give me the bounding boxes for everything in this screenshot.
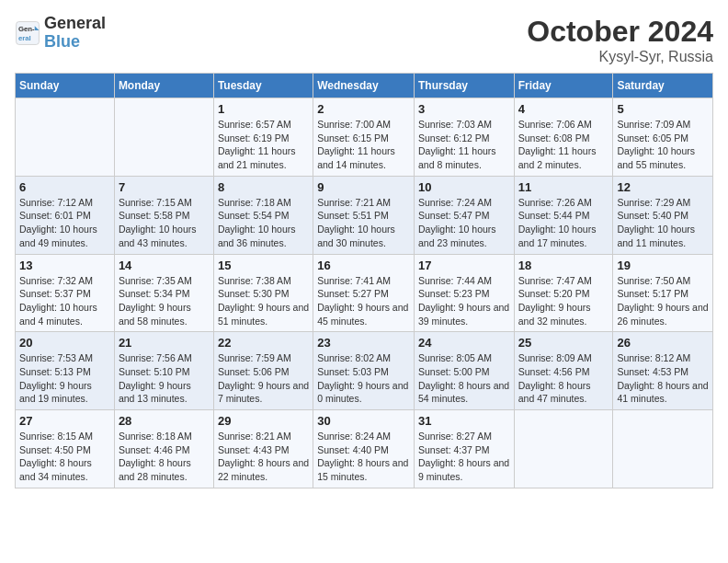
cell-info-text: Sunrise: 7:59 AMSunset: 5:06 PMDaylight:…: [218, 351, 309, 406]
calendar-week-5: 27Sunrise: 8:15 AMSunset: 4:50 PMDayligh…: [16, 410, 713, 488]
cell-date-number: 30: [317, 414, 410, 428]
cell-info-text: Sunrise: 8:21 AMSunset: 4:43 PMDaylight:…: [218, 430, 309, 484]
cell-date-number: 28: [119, 414, 210, 428]
cell-date-number: 7: [119, 180, 210, 194]
calendar-cell: 22Sunrise: 7:59 AMSunset: 5:06 PMDayligh…: [213, 332, 313, 410]
cell-date-number: 1: [218, 102, 309, 116]
calendar-cell: [514, 410, 613, 488]
calendar-cell: 5Sunrise: 7:09 AMSunset: 6:05 PMDaylight…: [613, 98, 713, 177]
calendar-cell: 13Sunrise: 7:32 AMSunset: 5:37 PMDayligh…: [16, 254, 115, 332]
cell-date-number: 29: [218, 414, 309, 428]
cell-info-text: Sunrise: 7:12 AMSunset: 6:01 PMDaylight:…: [19, 196, 110, 250]
cell-info-text: Sunrise: 7:24 AMSunset: 5:47 PMDaylight:…: [418, 196, 510, 250]
calendar-cell: 16Sunrise: 7:41 AMSunset: 5:27 PMDayligh…: [313, 254, 415, 332]
calendar-cell: [16, 98, 115, 177]
calendar-cell: 14Sunrise: 7:35 AMSunset: 5:34 PMDayligh…: [114, 254, 213, 332]
cell-date-number: 9: [317, 180, 410, 194]
cell-info-text: Sunrise: 7:50 AMSunset: 5:17 PMDaylight:…: [617, 274, 709, 328]
cell-date-number: 21: [119, 336, 210, 350]
cell-date-number: 19: [617, 259, 709, 272]
calendar-cell: 4Sunrise: 7:06 AMSunset: 6:08 PMDaylight…: [514, 98, 613, 177]
cell-date-number: 8: [218, 180, 309, 194]
cell-info-text: Sunrise: 7:18 AMSunset: 5:54 PMDaylight:…: [218, 196, 309, 250]
cell-info-text: Sunrise: 7:15 AMSunset: 5:58 PMDaylight:…: [119, 196, 210, 250]
cell-info-text: Sunrise: 7:47 AMSunset: 5:20 PMDaylight:…: [518, 274, 609, 328]
cell-info-text: Sunrise: 8:02 AMSunset: 5:03 PMDaylight:…: [317, 351, 410, 406]
cell-date-number: 26: [617, 336, 709, 350]
calendar-cell: 2Sunrise: 7:00 AMSunset: 6:15 PMDaylight…: [313, 98, 415, 177]
calendar-cell: 9Sunrise: 7:21 AMSunset: 5:51 PMDaylight…: [313, 176, 415, 254]
calendar-cell: [613, 410, 713, 488]
day-header-sunday: Sunday: [16, 74, 115, 98]
day-header-tuesday: Tuesday: [213, 74, 313, 98]
cell-date-number: 11: [518, 180, 609, 194]
calendar-week-1: 1Sunrise: 6:57 AMSunset: 6:19 PMDaylight…: [16, 98, 713, 177]
cell-info-text: Sunrise: 7:00 AMSunset: 6:15 PMDaylight:…: [317, 118, 410, 172]
logo: Gen- eral General Blue: [15, 15, 106, 52]
cell-info-text: Sunrise: 8:09 AMSunset: 4:56 PMDaylight:…: [518, 351, 609, 406]
cell-date-number: 27: [19, 414, 110, 428]
calendar-week-3: 13Sunrise: 7:32 AMSunset: 5:37 PMDayligh…: [16, 254, 713, 332]
cell-info-text: Sunrise: 7:53 AMSunset: 5:13 PMDaylight:…: [19, 351, 110, 406]
logo-icon: Gen- eral: [15, 20, 40, 46]
title-block: October 2024 Kysyl-Syr, Russia: [527, 15, 713, 65]
calendar-cell: 1Sunrise: 6:57 AMSunset: 6:19 PMDaylight…: [213, 98, 313, 177]
calendar-cell: 10Sunrise: 7:24 AMSunset: 5:47 PMDayligh…: [414, 176, 514, 254]
calendar-table: SundayMondayTuesdayWednesdayThursdayFrid…: [15, 73, 713, 488]
cell-date-number: 15: [218, 259, 309, 272]
calendar-cell: 24Sunrise: 8:05 AMSunset: 5:00 PMDayligh…: [414, 332, 514, 410]
day-header-saturday: Saturday: [613, 74, 713, 98]
cell-date-number: 20: [19, 336, 110, 350]
cell-date-number: 12: [617, 180, 709, 194]
cell-info-text: Sunrise: 7:06 AMSunset: 6:08 PMDaylight:…: [518, 118, 609, 172]
calendar-cell: 23Sunrise: 8:02 AMSunset: 5:03 PMDayligh…: [313, 332, 415, 410]
cell-info-text: Sunrise: 8:05 AMSunset: 5:00 PMDaylight:…: [418, 351, 510, 406]
calendar-cell: 3Sunrise: 7:03 AMSunset: 6:12 PMDaylight…: [414, 98, 514, 177]
calendar-cell: 19Sunrise: 7:50 AMSunset: 5:17 PMDayligh…: [613, 254, 713, 332]
calendar-cell: 6Sunrise: 7:12 AMSunset: 6:01 PMDaylight…: [16, 176, 115, 254]
cell-date-number: 22: [218, 336, 309, 350]
cell-info-text: Sunrise: 7:26 AMSunset: 5:44 PMDaylight:…: [518, 196, 609, 250]
calendar-cell: 31Sunrise: 8:27 AMSunset: 4:37 PMDayligh…: [414, 410, 514, 488]
calendar-cell: [114, 98, 213, 177]
cell-info-text: Sunrise: 7:21 AMSunset: 5:51 PMDaylight:…: [317, 196, 410, 250]
cell-info-text: Sunrise: 7:56 AMSunset: 5:10 PMDaylight:…: [119, 351, 210, 406]
cell-info-text: Sunrise: 8:18 AMSunset: 4:46 PMDaylight:…: [119, 430, 210, 484]
cell-date-number: 10: [418, 180, 510, 194]
cell-info-text: Sunrise: 7:32 AMSunset: 5:37 PMDaylight:…: [19, 274, 110, 328]
svg-text:Gen-: Gen-: [18, 25, 35, 33]
calendar-header-row: SundayMondayTuesdayWednesdayThursdayFrid…: [16, 74, 713, 98]
calendar-subtitle: Kysyl-Syr, Russia: [527, 49, 713, 65]
calendar-title: October 2024: [527, 15, 713, 49]
calendar-cell: 18Sunrise: 7:47 AMSunset: 5:20 PMDayligh…: [514, 254, 613, 332]
cell-info-text: Sunrise: 7:38 AMSunset: 5:30 PMDaylight:…: [218, 274, 309, 328]
calendar-cell: 8Sunrise: 7:18 AMSunset: 5:54 PMDaylight…: [213, 176, 313, 254]
cell-date-number: 17: [418, 259, 510, 272]
calendar-cell: 28Sunrise: 8:18 AMSunset: 4:46 PMDayligh…: [114, 410, 213, 488]
calendar-cell: 29Sunrise: 8:21 AMSunset: 4:43 PMDayligh…: [213, 410, 313, 488]
cell-info-text: Sunrise: 6:57 AMSunset: 6:19 PMDaylight:…: [218, 118, 309, 172]
calendar-cell: 27Sunrise: 8:15 AMSunset: 4:50 PMDayligh…: [16, 410, 115, 488]
cell-date-number: 14: [119, 259, 210, 272]
calendar-cell: 15Sunrise: 7:38 AMSunset: 5:30 PMDayligh…: [213, 254, 313, 332]
cell-date-number: 23: [317, 336, 410, 350]
cell-date-number: 13: [19, 259, 110, 272]
cell-info-text: Sunrise: 7:09 AMSunset: 6:05 PMDaylight:…: [617, 118, 709, 172]
cell-date-number: 3: [418, 102, 510, 116]
calendar-cell: 25Sunrise: 8:09 AMSunset: 4:56 PMDayligh…: [514, 332, 613, 410]
calendar-cell: 12Sunrise: 7:29 AMSunset: 5:40 PMDayligh…: [613, 176, 713, 254]
cell-date-number: 2: [317, 102, 410, 116]
day-header-friday: Friday: [514, 74, 613, 98]
cell-info-text: Sunrise: 8:15 AMSunset: 4:50 PMDaylight:…: [19, 430, 110, 484]
calendar-week-2: 6Sunrise: 7:12 AMSunset: 6:01 PMDaylight…: [16, 176, 713, 254]
logo-text: General Blue: [44, 15, 106, 52]
cell-info-text: Sunrise: 8:27 AMSunset: 4:37 PMDaylight:…: [418, 430, 510, 484]
cell-info-text: Sunrise: 7:29 AMSunset: 5:40 PMDaylight:…: [617, 196, 709, 250]
day-header-monday: Monday: [114, 74, 213, 98]
cell-date-number: 24: [418, 336, 510, 350]
calendar-cell: 17Sunrise: 7:44 AMSunset: 5:23 PMDayligh…: [414, 254, 514, 332]
day-header-wednesday: Wednesday: [313, 74, 415, 98]
cell-date-number: 4: [518, 102, 609, 116]
cell-date-number: 18: [518, 259, 609, 272]
cell-info-text: Sunrise: 7:03 AMSunset: 6:12 PMDaylight:…: [418, 118, 510, 172]
